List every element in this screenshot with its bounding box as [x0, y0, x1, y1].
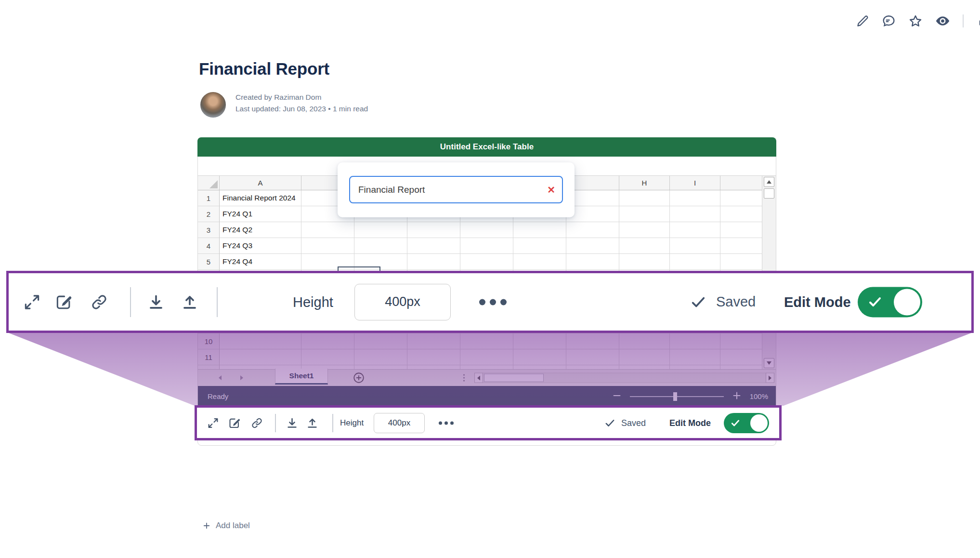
cell[interactable]: Financial Report 2024	[220, 190, 301, 206]
magnified-toolbar-callout: Height Saved Edit Mode	[6, 271, 974, 333]
cell[interactable]	[670, 238, 720, 254]
row-header[interactable]: 3	[198, 222, 220, 238]
vertical-scroll-thumb[interactable]	[764, 188, 774, 199]
watch-eye-icon[interactable]	[935, 13, 950, 28]
cell[interactable]	[720, 190, 762, 206]
edit-mode-toggle[interactable]	[858, 287, 922, 317]
cell[interactable]	[460, 254, 513, 270]
more-options-icon[interactable]	[439, 421, 456, 425]
edit-mode-toggle[interactable]	[724, 413, 769, 433]
cell[interactable]	[566, 222, 619, 238]
cell[interactable]	[354, 222, 407, 238]
check-icon	[868, 295, 882, 309]
cell[interactable]: FY24 Q2	[220, 222, 301, 238]
cell[interactable]	[670, 254, 720, 270]
height-input[interactable]	[374, 413, 425, 433]
check-icon	[690, 294, 706, 310]
cell[interactable]	[619, 222, 670, 238]
height-input[interactable]	[354, 284, 451, 320]
download-icon[interactable]	[147, 293, 165, 311]
row-header[interactable]: 2	[198, 206, 220, 222]
cell[interactable]: FY24 Q3	[220, 238, 301, 254]
upload-icon[interactable]	[181, 293, 199, 311]
created-by: Created by Raziman Dom	[235, 92, 368, 103]
cell[interactable]	[460, 222, 513, 238]
edit-pencil-icon[interactable]	[856, 14, 869, 27]
column-header[interactable]: H	[619, 176, 670, 190]
cell[interactable]	[513, 238, 566, 254]
widget-title-bar: Untitled Excel-like Table	[197, 137, 776, 157]
widget-toolbar: Height Saved Edit Mode	[195, 405, 782, 440]
cell[interactable]	[619, 190, 670, 206]
page-title: Financial Report	[199, 59, 329, 79]
title-input[interactable]	[349, 176, 563, 203]
star-icon[interactable]	[908, 14, 923, 28]
upload-icon[interactable]	[306, 416, 319, 429]
cell[interactable]	[670, 190, 720, 206]
expand-icon[interactable]	[207, 417, 219, 429]
cell[interactable]	[354, 238, 407, 254]
page: Financial Report Created by Raziman Dom …	[0, 0, 980, 558]
comment-icon[interactable]	[882, 14, 896, 28]
cell[interactable]	[513, 254, 566, 270]
link-icon[interactable]	[91, 293, 108, 311]
unlock-icon[interactable]	[976, 14, 980, 27]
cell[interactable]	[670, 222, 720, 238]
saved-status: Saved	[690, 294, 756, 310]
cell[interactable]	[566, 238, 619, 254]
cell[interactable]	[460, 238, 513, 254]
cell[interactable]	[407, 238, 460, 254]
saved-label: Saved	[716, 294, 756, 310]
select-all-triangle-icon	[209, 180, 218, 188]
row-header[interactable]: 1	[198, 190, 220, 206]
select-all-corner[interactable]	[198, 176, 220, 190]
annotation-funnel	[0, 332, 980, 406]
cell[interactable]	[619, 206, 670, 222]
check-icon	[604, 417, 615, 428]
cell[interactable]	[720, 254, 762, 270]
edit-mode-label: Edit Mode	[669, 418, 711, 428]
download-icon[interactable]	[286, 416, 299, 429]
divider	[130, 287, 131, 317]
cell[interactable]	[566, 254, 619, 270]
cell[interactable]	[619, 254, 670, 270]
height-label: Height	[340, 418, 364, 428]
cell[interactable]	[407, 254, 460, 270]
add-label-button[interactable]: Add label	[202, 521, 250, 531]
last-updated: Last updated: Jun 08, 2023 • 1 min read	[235, 103, 368, 115]
edit-icon[interactable]	[228, 416, 241, 429]
saved-status: Saved	[604, 417, 646, 428]
edit-icon[interactable]	[54, 293, 73, 311]
cell[interactable]: FY24 Q4	[220, 254, 301, 270]
row-header[interactable]: 5	[198, 254, 220, 270]
cell[interactable]	[720, 238, 762, 254]
toggle-knob	[894, 289, 920, 315]
row-header[interactable]: 4	[198, 238, 220, 254]
link-icon[interactable]	[251, 417, 263, 429]
column-header[interactable]: I	[670, 176, 720, 190]
cell[interactable]	[513, 222, 566, 238]
table-row: 4FY24 Q3	[198, 238, 762, 254]
more-options-icon[interactable]	[479, 299, 511, 305]
edit-mode-label: Edit Mode	[784, 294, 851, 310]
cell[interactable]	[720, 222, 762, 238]
arrow-up-icon	[767, 180, 771, 184]
toggle-knob	[750, 414, 768, 432]
author-avatar[interactable]	[200, 92, 226, 118]
cell[interactable]: FY24 Q1	[220, 206, 301, 222]
table-row: 5FY24 Q4	[198, 254, 762, 270]
cell[interactable]	[670, 206, 720, 222]
add-label-text: Add label	[216, 521, 250, 531]
cell[interactable]	[720, 206, 762, 222]
cell[interactable]	[619, 238, 670, 254]
close-icon[interactable]: ✕	[546, 184, 556, 196]
cell[interactable]	[301, 222, 354, 238]
column-header[interactable]: A	[220, 176, 301, 190]
expand-icon[interactable]	[23, 293, 41, 311]
scroll-up-button[interactable]	[764, 177, 774, 187]
column-header[interactable]	[720, 176, 762, 190]
cell[interactable]	[301, 238, 354, 254]
saved-label: Saved	[621, 418, 646, 428]
cell[interactable]	[407, 222, 460, 238]
divider	[332, 414, 333, 432]
